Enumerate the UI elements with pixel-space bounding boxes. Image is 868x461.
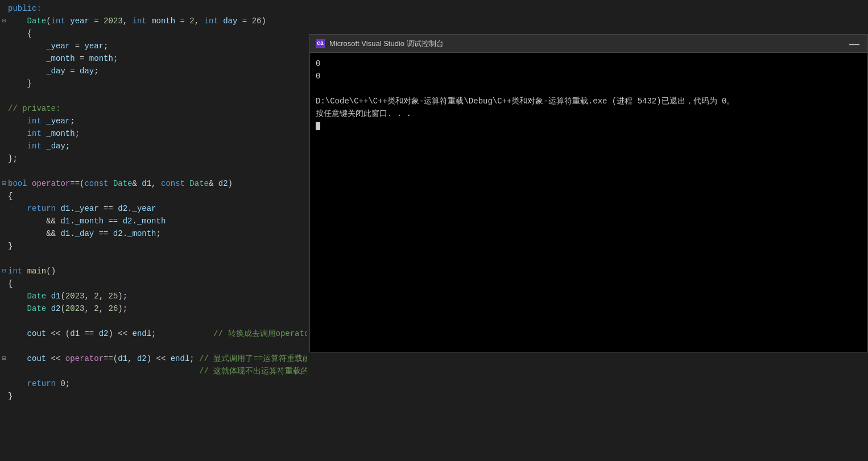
code-line: && d1._day == d2._month; [0, 227, 307, 240]
code-line: ⊟ cout << operator==(d1, d2) << endl; //… [0, 352, 307, 365]
code-line: } [0, 77, 307, 90]
line-code-content: int _month; [8, 127, 307, 140]
line-code-content: int _day; [8, 140, 307, 152]
line-code-content: && d1._day == d2._month; [8, 227, 307, 240]
console-titlebar: ca Microsoft Visual Studio 调试控制台 — [310, 35, 867, 53]
line-collapse-arrow: ⊟ [0, 265, 8, 277]
code-line: cout << (d1 == d2) << endl; // 转换成去调用ope… [0, 327, 307, 340]
line-code-content: bool operator==(const Date& d1, const Da… [8, 177, 307, 190]
line-code-content: { [8, 27, 307, 40]
code-line: _day = day; [0, 65, 307, 77]
code-line: int _day; [0, 140, 307, 152]
code-line: public: [0, 2, 307, 15]
code-line: { [0, 190, 307, 202]
line-collapse-arrow: ⊟ [0, 177, 8, 190]
line-code-content: Date(int year = 2023, int month = 2, int… [8, 15, 307, 27]
line-code-content: // private: [8, 102, 307, 115]
line-collapse-arrow: ⊟ [0, 352, 8, 365]
line-code-content: Date d2(2023, 2, 26); [8, 302, 307, 315]
console-output-line: 0 [316, 57, 862, 70]
console-cursor [316, 122, 320, 130]
console-cursor-line [316, 120, 862, 132]
console-output-line: 按任意键关闭此窗口. . . [316, 107, 862, 120]
code-line [0, 165, 307, 177]
code-line: { [0, 277, 307, 290]
code-line: && d1._month == d2._month [0, 215, 307, 227]
code-line: // 这就体现不出运算符重载的优势所在了 [0, 365, 307, 377]
line-code-content: cout << (d1 == d2) << endl; // 转换成去调用ope… [8, 327, 307, 340]
line-code-content: { [8, 190, 307, 202]
line-code-content: }; [8, 152, 307, 165]
code-line: // private: [0, 102, 307, 115]
debug-console[interactable]: ca Microsoft Visual Studio 调试控制台 — 00D:\… [309, 34, 868, 352]
line-code-content: public: [8, 2, 307, 15]
line-code-content: } [8, 390, 307, 402]
code-line: ⊟ Date(int year = 2023, int month = 2, i… [0, 15, 307, 27]
code-lines: public:⊟ Date(int year = 2023, int month… [0, 0, 307, 405]
line-code-content: _month = month; [8, 52, 307, 65]
line-code-content: return d1._year == d2._year [8, 202, 307, 215]
line-code-content: _year = year; [8, 40, 307, 52]
code-line [0, 315, 307, 327]
line-code-content: int main() [8, 265, 307, 277]
line-code-content: int _year; [8, 115, 307, 127]
line-code-content: Date d1(2023, 2, 25); [8, 290, 307, 302]
code-line [0, 90, 307, 102]
code-line: _year = year; [0, 40, 307, 52]
vs-icon: ca [316, 39, 325, 48]
line-code-content: } [8, 240, 307, 252]
console-output-line: 0 [316, 70, 862, 82]
code-line: Date d2(2023, 2, 26); [0, 302, 307, 315]
code-line: int _month; [0, 127, 307, 140]
close-button[interactable]: — [847, 39, 862, 49]
code-line: ⊟bool operator==(const Date& d1, const D… [0, 177, 307, 190]
code-line: } [0, 240, 307, 252]
console-body: 00D:\Code\C++\C++类和对象-运算符重载\Debug\C++类和对… [310, 53, 867, 352]
code-line: _month = month; [0, 52, 307, 65]
console-output-line [316, 82, 862, 95]
code-line: }; [0, 152, 307, 165]
code-line: } [0, 390, 307, 402]
line-collapse-arrow: ⊟ [0, 15, 8, 27]
line-code-content: // 这就体现不出运算符重载的优势所在了 [8, 365, 307, 377]
line-code-content: return 0; [8, 377, 307, 390]
console-title: Microsoft Visual Studio 调试控制台 [329, 39, 847, 49]
line-code-content: { [8, 277, 307, 290]
line-code-content: _day = day; [8, 65, 307, 77]
code-line: ⊟int main() [0, 265, 307, 277]
code-line [0, 252, 307, 265]
line-code-content: } [8, 77, 307, 90]
code-line [0, 340, 307, 352]
line-code-content: && d1._month == d2._month [8, 215, 307, 227]
code-editor[interactable]: public:⊟ Date(int year = 2023, int month… [0, 0, 307, 461]
line-code-content: cout << operator==(d1, d2) << endl; // 显… [8, 352, 307, 365]
code-line: return d1._year == d2._year [0, 202, 307, 215]
code-line: return 0; [0, 377, 307, 390]
code-line: int _year; [0, 115, 307, 127]
code-line: { [0, 27, 307, 40]
console-output-line: D:\Code\C++\C++类和对象-运算符重载\Debug\C++类和对象-… [316, 95, 862, 107]
code-line: Date d1(2023, 2, 25); [0, 290, 307, 302]
